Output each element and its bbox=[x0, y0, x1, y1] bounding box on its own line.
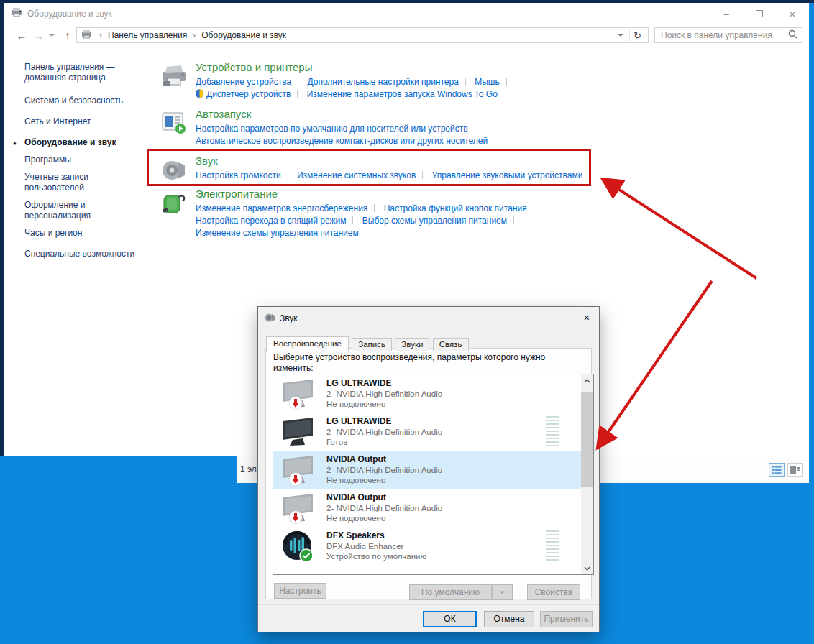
link-device-manager[interactable]: Диспетчер устройств bbox=[206, 89, 291, 99]
sidebar-item-programs[interactable]: Программы bbox=[24, 155, 145, 165]
link-mouse[interactable]: Мышь bbox=[475, 77, 500, 87]
window-title: Оборудование и звук bbox=[27, 9, 710, 19]
power-icon bbox=[161, 191, 187, 218]
device-status: Устройство по умолчанию bbox=[326, 551, 426, 561]
volume-level-meter bbox=[546, 530, 559, 562]
link-adjust-volume[interactable]: Настройка громкости bbox=[196, 170, 281, 180]
navigation-bar: ← → ↑ › Панель управления › Оборудование… bbox=[4, 24, 809, 46]
tab-recording[interactable]: Запись bbox=[352, 338, 392, 351]
instruction-text: Выберите устройство воспроизведения, пар… bbox=[273, 352, 582, 374]
device-status: Не подключено bbox=[326, 399, 442, 409]
link-power-saving[interactable]: Изменение параметров энергосбережения bbox=[196, 203, 367, 213]
tab-playback[interactable]: Воспроизведение bbox=[266, 336, 349, 352]
apply-button[interactable]: Применить bbox=[540, 611, 593, 627]
properties-button[interactable]: Свойства bbox=[527, 584, 580, 600]
device-driver: 2- NVIDIA High Definition Audio bbox=[326, 503, 442, 513]
device-status: Готов bbox=[326, 437, 442, 447]
link-autoplay-cd[interactable]: Автоматическое воспроизведение компакт-д… bbox=[196, 136, 488, 146]
link-change-system-sounds[interactable]: Изменение системных звуков bbox=[297, 170, 416, 180]
section-title-power[interactable]: Электропитание bbox=[196, 188, 541, 200]
link-autoplay-defaults[interactable]: Настройка параметров по умолчанию для но… bbox=[196, 124, 468, 134]
link-manage-audio-devices[interactable]: Управление звуковыми устройствами bbox=[432, 170, 583, 180]
set-default-dropdown-icon[interactable]: ▼ bbox=[492, 584, 513, 600]
sidebar-item-hardware-sound[interactable]: Оборудование и звук bbox=[24, 137, 145, 148]
title-bar: Оборудование и звук – × bbox=[4, 3, 809, 24]
monitor-disconnected-icon bbox=[280, 454, 317, 487]
maximize-button[interactable] bbox=[743, 3, 776, 24]
scrollbar[interactable] bbox=[581, 374, 593, 574]
link-power-buttons[interactable]: Настройка функций кнопок питания bbox=[384, 203, 527, 213]
sidebar-item-clock-region[interactable]: Часы и регион bbox=[24, 228, 145, 239]
sidebar-item-system-security[interactable]: Система и безопасность bbox=[24, 96, 145, 106]
link-sleep-settings[interactable]: Настройка перехода в спящий режим bbox=[196, 216, 346, 226]
history-dropdown-icon[interactable] bbox=[49, 34, 55, 37]
status-items-count: 1 эл bbox=[240, 464, 257, 474]
device-driver: 2- NVIDIA High Definition Audio bbox=[326, 389, 442, 399]
details-view-icon[interactable] bbox=[769, 463, 785, 477]
uac-shield-icon bbox=[196, 89, 204, 102]
maximize-icon bbox=[756, 10, 763, 17]
section-power: Электропитание Изменение параметров энер… bbox=[161, 188, 541, 239]
dialog-separator bbox=[258, 604, 599, 605]
scroll-up-icon[interactable] bbox=[581, 374, 593, 387]
address-bar[interactable]: › Панель управления › Оборудование и зву… bbox=[76, 27, 649, 43]
sidebar: Панель управления — домашняя страница Си… bbox=[4, 46, 157, 456]
dfx-default-device-icon bbox=[280, 530, 317, 563]
tab-sounds[interactable]: Звуки bbox=[395, 338, 429, 351]
scroll-down-icon[interactable] bbox=[581, 562, 593, 574]
breadcrumb-control-panel[interactable]: Панель управления bbox=[108, 30, 187, 40]
sidebar-item-ease-of-access[interactable]: Специальные возможности bbox=[24, 249, 145, 259]
back-button[interactable]: ← bbox=[13, 29, 30, 42]
breadcrumb-app-icon bbox=[81, 29, 92, 41]
section-sound: Звук Настройка громкости Изменение систе… bbox=[161, 155, 582, 182]
device-driver: DFX Audio Enhancer bbox=[326, 541, 426, 551]
section-title-devices-printers[interactable]: Устройства и принтеры bbox=[196, 61, 513, 73]
desktop-background bbox=[0, 456, 237, 644]
sidebar-item-network-internet[interactable]: Сеть и Интернет bbox=[24, 116, 145, 127]
dialog-close-button[interactable]: × bbox=[575, 307, 599, 327]
autoplay-icon bbox=[161, 111, 187, 137]
link-advanced-printer-settings[interactable]: Дополнительные настройки принтера bbox=[308, 77, 459, 87]
dialog-tabs: Воспроизведение Запись Звуки Связь bbox=[266, 336, 470, 351]
section-title-sound[interactable]: Звук bbox=[196, 155, 582, 167]
refresh-icon[interactable]: ↻ bbox=[629, 30, 645, 41]
search-icon[interactable] bbox=[788, 29, 797, 42]
link-add-device[interactable]: Добавление устройства bbox=[196, 77, 291, 87]
sound-dialog: Звук × Воспроизведение Запись Звуки Связ… bbox=[257, 306, 600, 632]
cancel-button[interactable]: Отмена bbox=[484, 611, 534, 627]
link-edit-power-plan[interactable]: Изменение схемы управления питанием bbox=[196, 228, 359, 238]
hardware-printer-app-icon bbox=[11, 7, 22, 20]
device-status: Не подключено bbox=[326, 475, 442, 485]
scrollbar-thumb[interactable] bbox=[581, 392, 593, 487]
breadcrumb-separator: › bbox=[99, 30, 102, 40]
breadcrumb-hardware-sound[interactable]: Оборудование и звук bbox=[201, 30, 286, 40]
link-windows-to-go[interactable]: Изменение параметров запуска Windows To … bbox=[307, 89, 498, 99]
printer-icon bbox=[161, 65, 188, 91]
sidebar-item-home[interactable]: Панель управления — домашняя страница bbox=[24, 62, 145, 83]
sidebar-item-user-accounts[interactable]: Учетные записи пользователей bbox=[24, 172, 145, 193]
configure-button[interactable]: Настроить bbox=[274, 583, 326, 599]
device-item-selected[interactable]: NVIDIA Output 2- NVIDIA High Definition … bbox=[273, 451, 581, 489]
ok-button[interactable]: ОК bbox=[423, 611, 477, 627]
device-driver: 2- NVIDIA High Definition Audio bbox=[326, 427, 442, 437]
device-item[interactable]: DFX Speakers DFX Audio Enhancer Устройст… bbox=[273, 527, 581, 565]
search-box[interactable]: Поиск в панели управления bbox=[654, 27, 802, 43]
dialog-title: Звук bbox=[280, 313, 298, 323]
up-button[interactable]: ↑ bbox=[59, 29, 76, 41]
device-name: LG ULTRAWIDE bbox=[326, 378, 442, 388]
section-title-autoplay[interactable]: Автозапуск bbox=[196, 108, 488, 120]
device-item[interactable]: LG ULTRAWIDE 2- NVIDIA High Definition A… bbox=[273, 374, 581, 413]
minimize-button[interactable]: – bbox=[710, 3, 743, 24]
device-item[interactable]: LG ULTRAWIDE 2- NVIDIA High Definition A… bbox=[273, 413, 581, 451]
close-button[interactable]: × bbox=[776, 3, 809, 24]
device-name: LG ULTRAWIDE bbox=[326, 416, 442, 426]
tab-communications[interactable]: Связь bbox=[433, 338, 469, 351]
device-item[interactable]: NVIDIA Output 2- NVIDIA High Definition … bbox=[273, 489, 581, 527]
dialog-speaker-icon bbox=[265, 313, 275, 325]
set-default-button[interactable]: По умолчанию bbox=[409, 584, 492, 600]
forward-button[interactable]: → bbox=[30, 29, 47, 42]
thumbnails-view-icon[interactable] bbox=[787, 463, 803, 477]
address-dropdown-icon[interactable] bbox=[618, 34, 623, 37]
link-choose-power-plan[interactable]: Выбор схемы управления питанием bbox=[362, 216, 507, 226]
sidebar-item-appearance[interactable]: Оформление и персонализация bbox=[24, 200, 145, 221]
